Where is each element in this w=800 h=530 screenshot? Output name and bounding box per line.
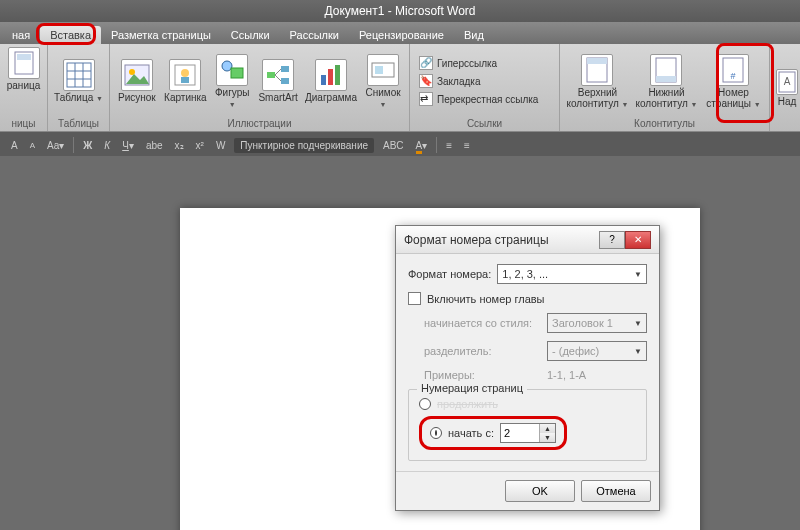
svg-rect-16 — [281, 78, 289, 84]
underline-button[interactable]: Ч▾ — [119, 140, 137, 151]
crossref-button[interactable]: ⇄Перекрестная ссылка — [416, 91, 541, 107]
group-links-label: Ссылки — [410, 118, 559, 131]
svg-rect-19 — [335, 65, 340, 85]
help-button[interactable]: ? — [599, 231, 625, 249]
include-chapter-checkbox[interactable] — [408, 292, 421, 305]
clipart-button[interactable]: Картинка — [164, 59, 207, 103]
highlight-button[interactable]: ABC — [380, 140, 407, 151]
tab-view[interactable]: Вид — [454, 26, 494, 44]
svg-point-8 — [129, 69, 135, 75]
chevron-down-icon: ▼ — [622, 101, 629, 108]
shapes-button[interactable]: Фигуры ▼ — [213, 54, 251, 109]
chevron-down-icon: ▼ — [229, 101, 236, 108]
numbering-legend: Нумерация страниц — [417, 382, 527, 394]
page-icon — [8, 47, 40, 79]
chevron-down-icon: ▼ — [380, 101, 387, 108]
shapes-icon — [216, 54, 248, 86]
separator-label: разделитель: — [424, 345, 541, 357]
svg-rect-13 — [231, 68, 243, 78]
tab-references[interactable]: Ссылки — [221, 26, 280, 44]
picture-button[interactable]: Рисунок — [116, 59, 158, 103]
dialog-title: Формат номера страницы — [404, 233, 549, 247]
subscript-button[interactable]: x₂ — [172, 140, 187, 151]
dotted-underline-button[interactable]: Пунктирное подчеркивание — [234, 138, 374, 153]
picture-icon — [121, 59, 153, 91]
bookmark-icon: 🔖 — [419, 74, 433, 88]
ribbon: раница ницы Таблица ▼ Таблицы Рисунок Ка… — [0, 44, 800, 132]
chapter-style-select: Заголовок 1▼ — [547, 313, 647, 333]
format-label: Формат номера: — [408, 268, 491, 280]
chevron-down-icon: ▼ — [691, 101, 698, 108]
separator-select: - (дефис)▼ — [547, 341, 647, 361]
svg-rect-1 — [17, 54, 31, 60]
start-at-spinner[interactable]: ▲▼ — [500, 423, 556, 443]
start-at-radio[interactable] — [430, 427, 442, 439]
smartart-button[interactable]: SmartArt — [257, 59, 299, 103]
font-color-button[interactable]: A▾ — [413, 140, 431, 151]
chevron-down-icon: ▼ — [96, 95, 103, 102]
chart-button[interactable]: Диаграмма — [305, 59, 357, 103]
spin-up[interactable]: ▲ — [540, 424, 555, 433]
header-icon — [581, 54, 613, 86]
hyperlink-icon: 🔗 — [419, 56, 433, 70]
align-center[interactable]: ≡ — [461, 140, 473, 151]
textbox-button[interactable]: AНад — [776, 69, 798, 107]
style-label: начинается со стиля: — [424, 317, 541, 329]
bookmark-button[interactable]: 🔖Закладка — [416, 73, 541, 89]
window-title: Документ1 - Microsoft Word — [0, 0, 800, 22]
bold-button[interactable]: Ж — [80, 140, 95, 151]
italic-button[interactable]: К — [101, 140, 113, 151]
tab-home-partial[interactable]: ная — [2, 26, 40, 44]
tab-insert[interactable]: Вставка — [40, 26, 101, 44]
header-button[interactable]: Верхний колонтитул ▼ — [566, 54, 629, 109]
page-number-format-dialog: Формат номера страницы ? ✕ Формат номера… — [395, 225, 660, 511]
close-button[interactable]: ✕ — [625, 231, 651, 249]
number-format-select[interactable]: 1, 2, 3, ...▼ — [497, 264, 647, 284]
change-case[interactable]: Aa▾ — [44, 140, 67, 151]
footer-icon — [650, 54, 682, 86]
include-chapter-label: Включить номер главы — [427, 293, 545, 305]
screenshot-button[interactable]: Снимок ▼ — [363, 54, 403, 109]
svg-text:#: # — [731, 71, 736, 81]
svg-rect-17 — [321, 75, 326, 85]
table-button[interactable]: Таблица ▼ — [54, 59, 103, 103]
svg-rect-15 — [281, 66, 289, 72]
font-size-down[interactable]: A — [27, 141, 38, 150]
align-left[interactable]: ≡ — [443, 140, 455, 151]
group-pages-label: ницы — [0, 118, 47, 131]
table-icon — [63, 59, 95, 91]
strike-button[interactable]: abe — [143, 140, 166, 151]
hyperlink-button[interactable]: 🔗Гиперссылка — [416, 55, 541, 71]
footer-button[interactable]: Нижний колонтитул ▼ — [635, 54, 698, 109]
group-tables-label: Таблицы — [48, 118, 109, 131]
chevron-down-icon: ▼ — [754, 101, 761, 108]
tab-page-layout[interactable]: Разметка страницы — [101, 26, 221, 44]
smartart-icon — [262, 59, 294, 91]
screenshot-icon — [367, 54, 399, 86]
examples-value: 1-1, 1-A — [547, 369, 647, 381]
ribbon-tabs: ная Вставка Разметка страницы Ссылки Рас… — [0, 22, 800, 44]
double-underline-button[interactable]: W — [213, 140, 228, 151]
svg-rect-23 — [587, 58, 607, 64]
svg-text:A: A — [784, 76, 791, 87]
ok-button[interactable]: OK — [505, 480, 575, 502]
examples-label: Примеры: — [424, 369, 541, 381]
svg-rect-14 — [267, 72, 275, 78]
superscript-button[interactable]: x² — [193, 140, 207, 151]
cover-page-button[interactable]: раница — [2, 47, 46, 91]
svg-rect-18 — [328, 69, 333, 85]
mini-toolbar: A A Aa▾ Ж К Ч▾ abe x₂ x² W Пунктирное по… — [0, 132, 800, 158]
group-headers-label: Колонтитулы — [560, 118, 769, 131]
tab-mailings[interactable]: Рассылки — [280, 26, 349, 44]
chart-icon — [315, 59, 347, 91]
continue-radio[interactable] — [419, 398, 431, 410]
group-illustrations-label: Иллюстрации — [110, 118, 409, 131]
ruler[interactable] — [0, 180, 800, 198]
page-number-button[interactable]: #Номер страницы ▼ — [704, 54, 763, 109]
font-size-up[interactable]: A — [8, 140, 21, 151]
tab-review[interactable]: Рецензирование — [349, 26, 454, 44]
spin-down[interactable]: ▼ — [540, 433, 555, 442]
svg-rect-25 — [656, 76, 676, 82]
cancel-button[interactable]: Отмена — [581, 480, 651, 502]
start-at-input[interactable] — [501, 427, 539, 439]
